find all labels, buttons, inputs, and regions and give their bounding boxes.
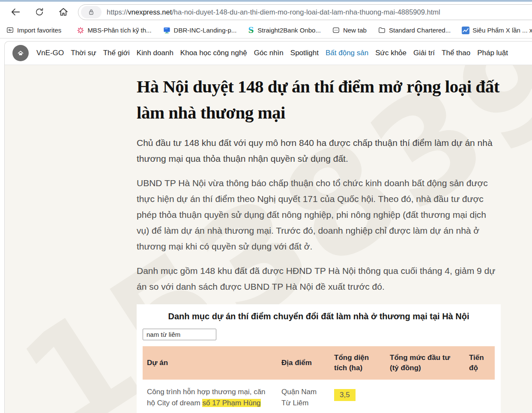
back-button[interactable] (8, 4, 23, 20)
nav-item-vne-go[interactable]: VnE-GO (36, 49, 64, 57)
nav-item-kinh-doanh[interactable]: Kinh doanh (137, 49, 173, 57)
url-domain: vnexpress.net (128, 8, 172, 16)
nav-item-thoi-su[interactable]: Thời sự (71, 49, 96, 57)
area-highlighted-value: 3,5 (334, 389, 356, 401)
favorite-sieu-pham[interactable]: Siêu Phẩm X lần ... x... (462, 27, 532, 34)
projects-table: Dự án Địa điểm Tổng diện tích (ha) Tổng … (143, 346, 495, 413)
svg-text:S: S (248, 26, 254, 34)
nav-item-the-thao[interactable]: Thể thao (442, 49, 470, 57)
url-scheme: https:// (107, 8, 128, 16)
folder-icon (378, 26, 386, 34)
favorite-label: Straight2Bank Onbo... (257, 27, 321, 34)
nav-item-goc-nhin[interactable]: Góc nhìn (254, 49, 284, 57)
home-icon (58, 6, 69, 18)
site-navigation: VnE-GO Thời sự Thế giới Kinh doanh Khoa … (5, 42, 532, 65)
article-lead: Chủ đầu tư 148 khu đất với quy mô hơn 84… (137, 135, 501, 166)
column-header-project: Dự án (143, 351, 277, 374)
s-logo-icon: S (248, 26, 254, 34)
favorite-import-favorites[interactable]: Import favorites (6, 26, 61, 34)
cell-area: 3,5 (330, 380, 386, 409)
favorite-label: Siêu Phẩm X lần ... x... (472, 27, 532, 34)
nav-item-bat-dong-san[interactable]: Bất động sản (326, 49, 368, 57)
project-highlighted-text: số 17 Phạm Hùng (202, 399, 260, 407)
lock-icon (87, 8, 95, 16)
article: Hà Nội duyệt 148 dự án thí điểm mở rộng … (5, 65, 532, 413)
table-row: Công trình hỗn hợp thương mại, căn hộ Ci… (143, 380, 495, 413)
project-table-widget: Danh mục dự án thí điểm chuyển đổi đất l… (137, 304, 501, 413)
nav-item-giai-tri[interactable]: Giải trí (413, 49, 435, 57)
favorite-label: MBS-Phân tích kỹ th... (87, 27, 151, 34)
favorite-straight2bank[interactable]: S Straight2Bank Onbo... (248, 26, 321, 34)
new-tab-icon (332, 26, 340, 34)
cell-project: Công trình hỗn hợp thương mại, căn hộ Ci… (143, 380, 277, 413)
blue-monitor-icon (163, 26, 171, 34)
table-search-input[interactable] (143, 329, 216, 340)
favorite-new-tab[interactable]: New tab (332, 26, 367, 34)
red-star-icon (77, 27, 84, 34)
nav-item-spotlight[interactable]: Spotlight (290, 49, 319, 57)
column-header-area: Tổng diện tích (ha) (330, 346, 386, 380)
cell-progress (465, 380, 496, 394)
article-title: Hà Nội duyệt 148 dự án thí điểm mở rộng … (137, 74, 501, 126)
favorite-label: DBR-INC-Landing-p... (174, 27, 237, 34)
url-path: /ha-noi-duyet-148-du-an-thi-diem-mo-rong… (172, 8, 440, 16)
import-favorites-icon (6, 26, 14, 34)
nav-item-suc-khoe[interactable]: Sức khỏe (375, 49, 406, 57)
column-header-location: Địa điểm (277, 351, 330, 374)
cell-location: Quận Nam Từ Liêm (277, 380, 330, 413)
back-icon (10, 6, 21, 18)
table-header-row: Dự án Địa điểm Tổng diện tích (ha) Tổng … (143, 346, 495, 380)
nav-item-the-gioi[interactable]: Thế giới (103, 49, 130, 57)
favorite-mbs[interactable]: MBS-Phân tích kỹ th... (77, 27, 151, 34)
nav-item-phap-luat[interactable]: Pháp luật (477, 49, 508, 57)
column-header-progress: Tiến độ (465, 346, 496, 380)
home-button[interactable] (56, 4, 71, 20)
article-paragraph: Danh mục gồm 148 khu đất đã được HĐND TP… (137, 263, 501, 294)
refresh-button[interactable] (32, 4, 47, 20)
favorite-label: New tab (343, 27, 367, 34)
site-home-button[interactable] (12, 45, 29, 61)
favorite-dbr[interactable]: DBR-INC-Landing-p... (163, 26, 237, 34)
address-bar[interactable]: https://vnexpress.net/ha-noi-duyet-148-d… (78, 4, 532, 20)
webpage: 153839 VnE-GO Thời sự Thế giới Kinh doan… (4, 41, 532, 413)
blue-chart-icon (462, 27, 469, 34)
favorite-label: Standard Chartered... (389, 27, 451, 34)
article-paragraph: UBND TP Hà Nội vừa thông báo chấp thuận … (137, 175, 501, 254)
favorite-label: Import favorites (17, 27, 61, 34)
home-circle-icon (16, 49, 25, 57)
column-header-investment: Tổng mức đầu tư (tỷ đồng) (386, 346, 465, 380)
nav-item-khoa-hoc-cong-nghe[interactable]: Khoa học công nghệ (180, 49, 247, 57)
favorites-bar: Import favorites MBS-Phân tích kỹ th... … (0, 22, 532, 39)
site-info-chip[interactable] (81, 6, 102, 18)
cell-investment (386, 380, 465, 394)
browser-toolbar: https://vnexpress.net/ha-noi-duyet-148-d… (0, 2, 532, 22)
url-text: https://vnexpress.net/ha-noi-duyet-148-d… (107, 8, 440, 16)
widget-title: Danh mục dự án thí điểm chuyển đổi đất l… (137, 304, 501, 321)
favorite-standard-chartered[interactable]: Standard Chartered... (378, 26, 451, 34)
refresh-icon (34, 7, 45, 17)
